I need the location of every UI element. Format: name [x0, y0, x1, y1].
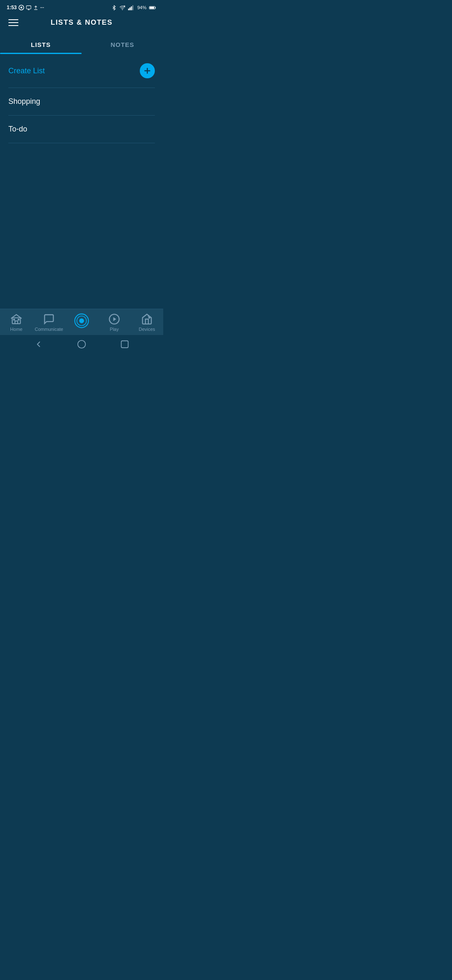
- svg-point-3: [122, 9, 123, 10]
- svg-rect-14: [18, 319, 19, 320]
- divider-3: [8, 143, 155, 143]
- nav-label-play: Play: [110, 327, 118, 332]
- create-list-button[interactable]: [140, 63, 155, 78]
- nav-item-home[interactable]: Home: [0, 313, 33, 332]
- nav-item-communicate[interactable]: Communicate: [33, 313, 65, 332]
- signal-icon: [128, 5, 135, 10]
- status-icon-upload: [33, 5, 39, 10]
- header: LISTS & NOTES: [0, 13, 163, 32]
- bottom-navigation: Home Communicate Play: [0, 309, 163, 335]
- content-area: Create List Shopping To-do: [0, 54, 163, 309]
- tabs-container: LISTS NOTES: [0, 35, 163, 54]
- status-icon-screen: [26, 5, 31, 10]
- svg-point-1: [21, 7, 23, 9]
- play-icon: [108, 313, 120, 325]
- bluetooth-icon: [111, 5, 117, 10]
- devices-icon: [141, 313, 153, 325]
- list-item[interactable]: Shopping: [7, 88, 157, 115]
- page-title: LISTS & NOTES: [51, 18, 113, 27]
- menu-button[interactable]: [8, 19, 18, 26]
- svg-rect-6: [128, 8, 129, 10]
- nav-label-communicate: Communicate: [35, 327, 63, 332]
- nav-item-devices[interactable]: Devices: [131, 313, 163, 332]
- home-button[interactable]: [77, 340, 86, 349]
- alexa-icon: [74, 313, 89, 328]
- status-bar: 1:53 ···: [0, 0, 163, 13]
- nav-item-alexa[interactable]: [65, 313, 98, 332]
- svg-rect-9: [132, 5, 134, 10]
- svg-rect-7: [129, 7, 131, 10]
- status-indicators: 94%: [111, 5, 157, 10]
- nav-label-home: Home: [10, 327, 22, 332]
- status-time: 1:53 ···: [7, 5, 44, 10]
- recents-button[interactable]: [120, 340, 129, 349]
- tab-notes[interactable]: NOTES: [82, 35, 163, 54]
- status-dots: ···: [40, 5, 44, 10]
- battery-percentage: 94%: [137, 5, 146, 10]
- svg-rect-2: [26, 5, 31, 9]
- communicate-icon: [43, 313, 55, 325]
- create-list-row[interactable]: Create List: [7, 54, 157, 88]
- nav-label-devices: Devices: [139, 327, 155, 332]
- home-icon: [10, 313, 22, 325]
- svg-rect-21: [121, 341, 128, 348]
- create-list-label: Create List: [8, 67, 45, 75]
- svg-point-19: [149, 317, 151, 319]
- svg-point-17: [79, 318, 84, 323]
- svg-rect-8: [131, 6, 132, 10]
- svg-rect-11: [150, 7, 154, 9]
- battery-icon: [149, 5, 157, 10]
- back-button[interactable]: [34, 340, 43, 349]
- svg-rect-13: [13, 319, 15, 320]
- svg-point-20: [78, 340, 85, 348]
- plus-icon: [143, 67, 152, 75]
- list-item[interactable]: To-do: [7, 116, 157, 143]
- system-navigation: [0, 335, 163, 353]
- tab-lists[interactable]: LISTS: [0, 35, 82, 54]
- wifi-icon: [119, 5, 126, 10]
- status-icon-ring: [18, 5, 24, 10]
- nav-item-play[interactable]: Play: [98, 313, 131, 332]
